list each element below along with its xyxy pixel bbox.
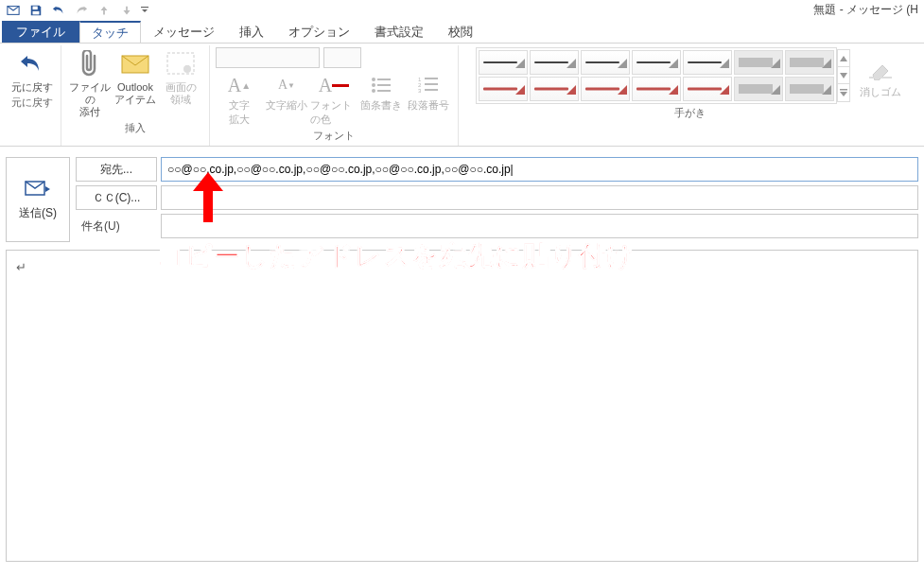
numbering-button[interactable]: 123 段落番号 — [405, 72, 452, 127]
font-color-button[interactable]: A フォントの色 — [310, 72, 357, 127]
svg-rect-1 — [33, 7, 38, 10]
shrink-font-icon: A▼ — [278, 72, 295, 98]
eraser-icon — [865, 54, 896, 84]
paperclip-icon — [75, 49, 105, 79]
camera-icon — [166, 49, 196, 79]
pen-style-3[interactable] — [581, 50, 630, 75]
svg-rect-17 — [425, 83, 438, 85]
group-undo: 元に戻す 元に戻す — [4, 45, 61, 146]
eraser-button[interactable]: 消しゴム — [858, 52, 903, 98]
svg-rect-9 — [377, 78, 391, 80]
pen-style-5[interactable] — [683, 50, 732, 75]
group-label-font: フォント — [216, 127, 452, 146]
pen-style-11[interactable] — [632, 77, 681, 101]
cc-button[interactable]: ＣＣ(C)... — [76, 185, 157, 210]
to-button[interactable]: 宛先... — [76, 157, 157, 182]
tab-review[interactable]: 校閲 — [436, 21, 485, 43]
to-field[interactable] — [161, 157, 918, 182]
tab-message[interactable]: メッセージ — [141, 21, 227, 43]
grow-font-button[interactable]: A▲ 文字 拡大 — [216, 72, 263, 127]
undo-icon[interactable] — [49, 2, 68, 19]
undo-button[interactable]: 元に戻す — [9, 47, 55, 94]
message-body[interactable]: ↵ — [6, 250, 918, 562]
svg-rect-20 — [840, 89, 847, 91]
cc-field[interactable] — [161, 185, 918, 210]
numbering-icon: 123 — [418, 72, 439, 98]
svg-point-10 — [372, 83, 375, 87]
window-title: 無題 - メッセージ (H — [813, 2, 918, 18]
pen-gallery[interactable] — [476, 47, 837, 104]
svg-rect-7 — [185, 65, 189, 67]
svg-rect-19 — [425, 89, 438, 91]
pen-style-8[interactable] — [479, 77, 528, 101]
title-bar: 無題 - メッセージ (H — [0, 0, 924, 21]
pen-style-1[interactable] — [479, 50, 528, 75]
svg-point-12 — [372, 89, 375, 93]
ribbon-tabs: ファイル タッチ メッセージ 挿入 オプション 書式設定 校閲 — [0, 21, 924, 44]
bullets-icon — [371, 72, 392, 98]
tab-insert[interactable]: 挿入 — [227, 21, 276, 43]
pen-style-9[interactable] — [530, 77, 579, 101]
send-button[interactable]: 送信(S) — [6, 157, 70, 242]
send-icon — [25, 179, 51, 200]
subject-field[interactable] — [161, 214, 918, 238]
send-label: 送信(S) — [19, 205, 57, 221]
svg-rect-21 — [869, 77, 892, 78]
envelope-icon — [120, 49, 150, 79]
attach-file-button[interactable]: ファイルの 添付 — [67, 47, 113, 119]
svg-rect-15 — [425, 78, 438, 79]
undo-large-icon — [17, 49, 47, 79]
group-insert: ファイルの 添付 Outlook アイテム 画面の 領域 挿入 — [61, 45, 210, 146]
tab-format[interactable]: 書式設定 — [362, 21, 436, 43]
qat-customize-icon[interactable] — [140, 7, 149, 14]
ribbon: 元に戻す 元に戻す ファイルの 添付 Outlook アイテム — [0, 44, 924, 147]
compose-header: 送信(S) 宛先... ＣＣ(C)... 件名(U) — [0, 152, 924, 242]
group-ink: 消しゴム 手がき — [459, 45, 920, 146]
bullets-button[interactable]: 箇条書き — [357, 72, 405, 127]
gallery-up-icon[interactable] — [838, 50, 849, 67]
font-family-select[interactable] — [216, 47, 320, 68]
gallery-more-icon[interactable] — [838, 84, 849, 101]
pen-style-12[interactable] — [683, 77, 732, 101]
redo-icon[interactable] — [72, 2, 91, 19]
svg-rect-2 — [33, 11, 40, 15]
svg-rect-11 — [377, 84, 391, 86]
pen-style-14[interactable] — [785, 77, 834, 101]
shrink-font-button[interactable]: A▼ 文字縮小 — [263, 72, 310, 127]
gallery-down-icon[interactable] — [838, 67, 849, 84]
svg-rect-13 — [377, 90, 391, 92]
group-label-insert: 挿入 — [67, 119, 203, 138]
group-label-ink: 手がき — [464, 104, 915, 123]
pen-style-7[interactable] — [785, 50, 834, 75]
pen-style-13[interactable] — [734, 77, 783, 101]
mail-icon[interactable] — [4, 2, 23, 19]
pen-style-4[interactable] — [632, 50, 681, 75]
up-arrow-icon[interactable] — [95, 2, 113, 19]
screenshot-button[interactable]: 画面の 領域 — [158, 47, 203, 106]
down-arrow-icon[interactable] — [117, 2, 136, 19]
save-icon[interactable] — [26, 2, 45, 19]
tab-options[interactable]: オプション — [276, 21, 362, 43]
tab-file[interactable]: ファイル — [2, 21, 79, 43]
font-size-select[interactable] — [323, 47, 361, 68]
outlook-item-button[interactable]: Outlook アイテム — [113, 47, 158, 106]
svg-rect-3 — [141, 7, 148, 8]
pen-style-6[interactable] — [734, 50, 783, 75]
pen-style-2[interactable] — [530, 50, 579, 75]
body-cursor: ↵ — [16, 260, 26, 274]
group-font: A▲ 文字 拡大 A▼ 文字縮小 A フォントの色 箇条書き — [210, 45, 459, 146]
grow-font-icon: A▲ — [228, 72, 251, 98]
svg-text:3: 3 — [418, 88, 422, 94]
quick-access-toolbar — [4, 2, 149, 19]
tab-touch[interactable]: タッチ — [79, 21, 141, 43]
svg-point-8 — [372, 78, 375, 81]
pen-style-10[interactable] — [581, 77, 630, 101]
subject-label: 件名(U) — [76, 218, 157, 235]
group-label-undo: 元に戻す — [9, 94, 55, 113]
font-color-icon: A — [319, 72, 349, 98]
